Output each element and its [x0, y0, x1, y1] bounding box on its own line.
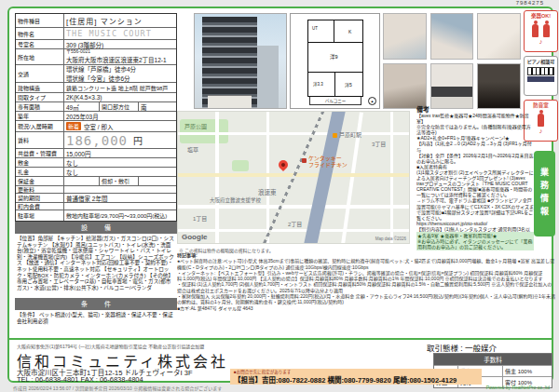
train-station-icon: [333, 133, 337, 138]
interior-photo: [477, 13, 521, 60]
property-name: THE MUSIC COURT: [64, 28, 176, 39]
map-label-school: 大阪府立難波支援学校: [210, 197, 261, 204]
building-entrance: [208, 95, 252, 108]
renewal-fee: [64, 186, 176, 193]
piano-body-icon: [527, 76, 554, 82]
table-row: 専有面積 49㎡ 開口部方位 南: [16, 102, 176, 112]
table-row: 物件種目[住居用] マンション: [16, 14, 176, 28]
music-note-icon: ♪: [525, 39, 556, 45]
table-row: 町内会費: [16, 203, 176, 210]
license-line: 大阪府知事免許(1)第61794号 (一社)大阪府宅地建物取引業協会 不動産公正…: [17, 343, 204, 349]
room-label-kitchen: K: [348, 29, 351, 34]
table-row: 築年2025年03月: [16, 112, 176, 121]
table-row: 交通 環状線「芦原橋」徒歩4分 環状線「今宮」徒歩6分: [16, 65, 176, 83]
property-type: [住居用] マンション: [64, 14, 176, 27]
table-row: 物件名THE MUSIC COURT: [16, 28, 176, 40]
kitchen-photo: [430, 63, 474, 110]
balcony-label: バルコニー: [309, 97, 361, 105]
table-row: 賃料 186,000 円: [16, 132, 176, 149]
contact-phones: 【担当】吉田:080-7822-0882 横関:080-7799-9820 尾崎…: [234, 374, 478, 385]
footer-divider: [9, 338, 552, 340]
listing-sheet: 物件種目[住居用] マンション 物件名THE MUSIC COURT 号室名30…: [7, 7, 553, 383]
floor-area: 49㎡: [64, 102, 100, 111]
address: 大阪府大阪市浪速区浪速東2丁目12-1: [66, 55, 167, 64]
interior-photo: [430, 13, 474, 60]
access-cell: 環状線「芦原橋」徒歩4分 環状線「今宮」徒歩6分: [64, 65, 176, 82]
room-number: 309 (3階部分): [64, 40, 176, 48]
park-area: [232, 160, 249, 171]
rent-cell: 186,000 円: [64, 132, 176, 148]
property-detail-column: 物件種目[住居用] マンション 物件名THE MUSIC COURT 号室名30…: [15, 13, 177, 328]
key-money: なし: [64, 168, 176, 176]
floor-plan: UT K 洋9 洋3.3 洋5 バルコニー ▲: [290, 13, 380, 109]
deal-type: 取引態様 : 一般媒介: [427, 342, 497, 353]
highway: [301, 111, 347, 244]
created-timestamp: 作成日 2026/02/24 13:56:07 / 次回更新予定日 2026/0…: [13, 385, 222, 391]
map-copyright: Map data ©2026: [375, 237, 406, 241]
interior-photo-grid: [383, 13, 521, 109]
park-area: [180, 119, 228, 143]
piano-ok-badge: ピアノ相談可: [524, 56, 558, 96]
map-label-naniwahigashi: 浪速東: [258, 190, 277, 196]
rent-unit: 円: [133, 133, 143, 147]
map-label-block1: 1丁目: [193, 216, 207, 223]
structure: 鉄筋コンクリート造 地上8階 総戸数98戸: [64, 83, 176, 92]
table-row: 駐車場敷地内駐車場/29,700円〜33,000円(税込): [16, 210, 176, 221]
remarks-highlight: ★先着9室 ★楽器率・教室利用可能!★ ※お申込み時に必ず、イタンジのメッセージ…: [416, 232, 534, 250]
compass-icon: ▲: [368, 97, 376, 105]
room-label-2: 洋3.3: [313, 81, 323, 87]
table-row: 敷金なし: [16, 158, 176, 168]
kfc-icon: [302, 158, 307, 163]
instruments-ok-label: 楽器OK!: [525, 13, 556, 19]
conditions-text: 【条件】 ペット相談(小型犬、猫可)・楽器相談・保証人不要・保証会社利用必須: [15, 310, 177, 327]
facing-label: 開口部方位: [100, 102, 139, 111]
status-value: 空室 / 即入: [84, 122, 113, 131]
interior-photo: [383, 63, 427, 110]
remarks-text: 【avex trax監修★楽器可★24時間演奏可能物件★防音室】 ※完全な防音で…: [416, 113, 534, 232]
rent-amount: 186,000: [66, 133, 128, 148]
location-map: 芦原公園 塩草 芦原町駅 ケンタッキー フライドチキン 浪速東 大阪府立難波支援…: [177, 111, 410, 244]
access-line1: 環状線「芦原橋」徒歩4分: [66, 64, 136, 74]
guarantee-value: [64, 177, 100, 185]
access-line2: 環状線「今宮」徒歩6分: [66, 74, 130, 83]
neighborhood-fee: [64, 203, 176, 210]
contact-bar: ■お問合せ先に指定があります 【担当】吉田:080-7822-0882 横関:0…: [230, 369, 482, 385]
new-badge: 新着: [66, 122, 81, 130]
map-label-shiokusa: 塩草: [187, 147, 198, 154]
conditions-header: 条 件: [15, 298, 177, 310]
map-label-kfc: ケンタッキー フライドチキン: [308, 155, 348, 168]
contract-term: 普通借家 2年間: [64, 194, 176, 202]
table-row: 礼金なし: [16, 168, 176, 177]
map-label-block3: 3丁目: [372, 142, 386, 148]
map-pin-icon: [277, 158, 290, 171]
google-logo: Google: [182, 233, 208, 241]
room-label-3: 洋5: [345, 81, 352, 88]
special-notes-text: ●ペット飼育時の注意:ペット可(小型犬 体高35cmまで)事前に種類の確認、契約…: [177, 258, 555, 310]
building-side: [257, 46, 280, 108]
management-fee: 15,000円: [64, 149, 176, 157]
musicians-icon: [525, 24, 556, 37]
company-tel: TEL : 06-6838-4801 FAX : 06-6838-4804: [17, 375, 143, 384]
layout-type: 2K(K4.5×3.3): [64, 93, 176, 101]
map-label-block2: 2丁目: [288, 222, 302, 228]
piano-ok-label: ピアノ相談可: [525, 59, 556, 64]
instruments-ok-stamp: 楽器OK! ♪: [524, 10, 558, 52]
amortization-label: 償却・敷引: [100, 177, 139, 185]
property-table: 物件種目[住居用] マンション 物件名THE MUSIC COURT 号室名30…: [15, 13, 177, 222]
special-notes-label: 特記事項:: [177, 252, 198, 258]
table-row: 建物構造鉄筋コンクリート造 地上8階 総戸数98戸: [16, 83, 176, 93]
room-label-main: 洋9: [330, 53, 338, 61]
table-row: 現況/入居時期 新着 空室 / 即入: [16, 121, 176, 132]
powered-by: Powered by RealNetPro co.,ltd: [486, 385, 550, 390]
document-number: 7984275: [516, 0, 544, 6]
built-date: 2025年03月: [64, 112, 176, 120]
tab-gyomu-joho: 業務情報: [534, 151, 555, 237]
map-label-park: 芦原公園: [184, 124, 207, 130]
equipment-text: 【位置】角部屋 【キッチン】給湯器(ガス)・ガスコンロ(2口)・システムキッチン…: [15, 234, 177, 293]
commission-header: 手数料: [434, 354, 552, 365]
status-cell: 新着 空室 / 即入: [64, 121, 176, 131]
amortization-value: [139, 177, 176, 185]
building-photo: [194, 13, 287, 109]
interior-photo: [383, 13, 427, 60]
table-row: 間取タイプ2K(K4.5×3.3): [16, 93, 176, 102]
